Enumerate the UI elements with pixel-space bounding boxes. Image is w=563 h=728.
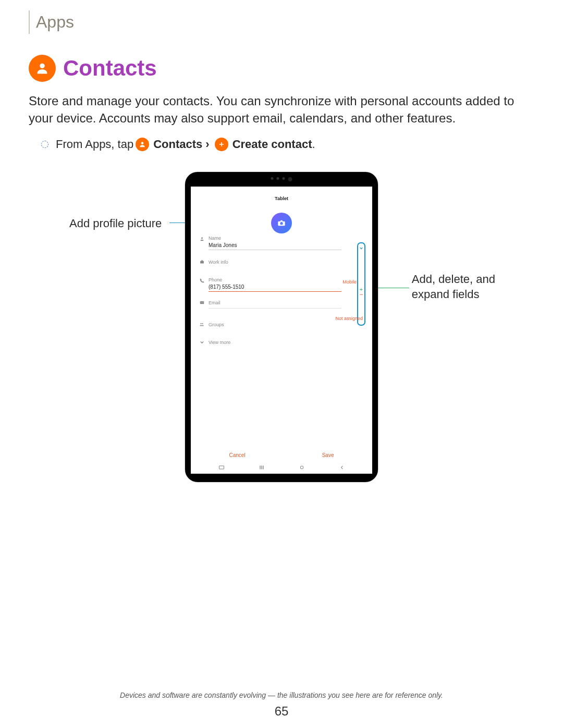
- callout-fields: Add, delete, and expand fields: [412, 272, 495, 302]
- step-contacts-label: Contacts: [153, 138, 202, 151]
- navigation-bar: [191, 464, 372, 472]
- save-button[interactable]: Save: [322, 452, 334, 458]
- groups-icon: [198, 321, 205, 327]
- tablet-screen: Tablet + −: [191, 187, 372, 474]
- contacts-app-icon: [29, 55, 56, 82]
- phone-type-tag[interactable]: Mobile: [342, 279, 357, 285]
- work-label: Work info: [209, 258, 365, 266]
- diagram-container: Add profile picture Add, delete, and exp…: [29, 172, 534, 482]
- camera-icon: [277, 220, 286, 226]
- nav-back-icon[interactable]: [339, 464, 345, 472]
- step-prefix: From Apps, tap: [56, 138, 133, 151]
- svg-rect-8: [200, 301, 204, 304]
- tablet-sensors: [271, 177, 292, 181]
- groups-label: Groups: [209, 321, 365, 328]
- briefcase-icon: [198, 258, 205, 264]
- groups-field-row[interactable]: Groups Not assigned: [198, 312, 365, 331]
- svg-rect-11: [219, 466, 224, 469]
- page-number: 65: [0, 704, 563, 719]
- email-label: Email: [209, 299, 365, 306]
- title-row: Contacts: [29, 55, 534, 82]
- svg-point-0: [40, 63, 44, 68]
- screen-header-title: Tablet: [191, 193, 372, 212]
- nav-keyboard-icon[interactable]: [218, 464, 225, 472]
- nav-home-icon[interactable]: [299, 464, 305, 472]
- view-more-row[interactable]: View more: [198, 331, 365, 349]
- person-icon: [198, 236, 205, 241]
- phone-label: Phone: [209, 277, 365, 282]
- instruction-step: From Apps, tap Contacts › Create contact…: [41, 138, 534, 151]
- email-icon: [198, 299, 205, 305]
- status-bar: [191, 187, 372, 193]
- chevron-icon: ›: [205, 138, 209, 151]
- svg-point-5: [280, 222, 283, 225]
- svg-rect-7: [200, 261, 204, 264]
- section-header: Apps: [29, 10, 534, 34]
- name-value[interactable]: Maria Jones: [209, 241, 341, 250]
- svg-rect-15: [300, 466, 303, 468]
- chevron-down-icon: [198, 339, 205, 344]
- nav-recent-icon[interactable]: [259, 464, 265, 472]
- svg-point-10: [202, 323, 203, 324]
- groups-tag: Not assigned: [335, 316, 363, 321]
- intro-paragraph: Store and manage your contacts. You can …: [29, 92, 534, 127]
- step-bullet-icon: [41, 141, 48, 148]
- phone-icon: [198, 277, 205, 283]
- contacts-inline-icon: [136, 138, 149, 151]
- step-period: .: [312, 138, 315, 151]
- name-field-row[interactable]: Name Maria Jones: [198, 232, 365, 253]
- svg-point-1: [141, 142, 144, 144]
- view-more-label: View more: [209, 339, 365, 346]
- contact-form: Name Maria Jones Work info: [191, 212, 372, 349]
- disclaimer-text: Devices and software are constantly evol…: [0, 691, 563, 699]
- email-field-row[interactable]: Email: [198, 295, 365, 312]
- page-title: Contacts: [63, 56, 157, 81]
- step-create-label: Create contact: [232, 138, 312, 151]
- work-field-row[interactable]: Work info: [198, 253, 365, 269]
- add-profile-picture-button[interactable]: [271, 213, 292, 233]
- tablet-device-frame: Tablet + −: [185, 172, 378, 482]
- action-bar: Cancel Save: [191, 452, 372, 458]
- phone-value[interactable]: (817) 555-1510: [209, 282, 341, 292]
- svg-point-9: [200, 323, 201, 324]
- name-label: Name: [209, 236, 365, 241]
- callout-profile-picture: Add profile picture: [69, 217, 162, 230]
- phone-field-row[interactable]: Phone (817) 555-1510 Mobile: [198, 269, 365, 295]
- svg-point-6: [201, 237, 203, 239]
- cancel-button[interactable]: Cancel: [229, 452, 246, 458]
- plus-inline-icon: [215, 138, 228, 151]
